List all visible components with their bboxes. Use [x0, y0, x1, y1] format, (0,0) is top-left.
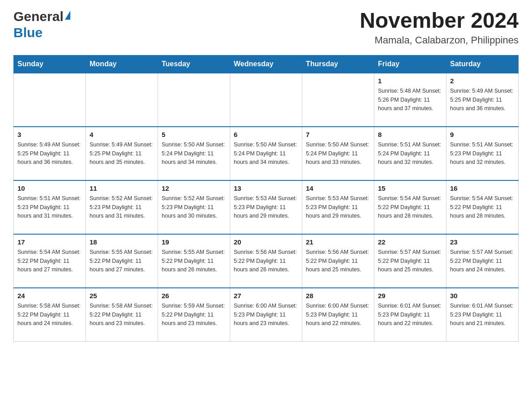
day-number: 6 [234, 130, 298, 140]
logo-arrow-icon [65, 11, 70, 20]
column-header-tuesday: Tuesday [158, 55, 230, 73]
calendar-cell: 5Sunrise: 5:50 AM Sunset: 5:24 PM Daylig… [158, 127, 230, 180]
day-number: 24 [17, 291, 82, 301]
calendar-cell: 30Sunrise: 6:01 AM Sunset: 5:23 PM Dayli… [446, 288, 519, 342]
day-number: 13 [234, 184, 298, 194]
day-number: 1 [378, 76, 442, 86]
calendar-cell: 25Sunrise: 5:58 AM Sunset: 5:22 PM Dayli… [86, 288, 158, 342]
calendar-cell: 15Sunrise: 5:54 AM Sunset: 5:22 PM Dayli… [374, 180, 446, 234]
day-info: Sunrise: 5:55 AM Sunset: 5:22 PM Dayligh… [162, 248, 226, 274]
calendar-cell [302, 73, 374, 127]
day-number: 15 [378, 184, 442, 194]
calendar-cell: 2Sunrise: 5:49 AM Sunset: 5:25 PM Daylig… [446, 73, 519, 127]
day-number: 19 [162, 237, 226, 248]
day-info: Sunrise: 5:51 AM Sunset: 5:23 PM Dayligh… [450, 141, 515, 167]
day-info: Sunrise: 5:49 AM Sunset: 5:25 PM Dayligh… [90, 141, 154, 167]
calendar-cell: 18Sunrise: 5:55 AM Sunset: 5:22 PM Dayli… [86, 234, 158, 288]
title-section: November 2024 Mamala, Calabarzon, Philip… [360, 9, 519, 46]
day-number: 23 [450, 237, 515, 248]
day-info: Sunrise: 5:57 AM Sunset: 5:22 PM Dayligh… [450, 248, 515, 274]
calendar-cell: 6Sunrise: 5:50 AM Sunset: 5:24 PM Daylig… [230, 127, 302, 180]
calendar-cell: 29Sunrise: 6:01 AM Sunset: 5:23 PM Dayli… [374, 288, 446, 342]
calendar-cell: 13Sunrise: 5:53 AM Sunset: 5:23 PM Dayli… [230, 180, 302, 234]
day-info: Sunrise: 5:53 AM Sunset: 5:23 PM Dayligh… [234, 194, 298, 220]
calendar-table: SundayMondayTuesdayWednesdayThursdayFrid… [13, 55, 519, 342]
day-info: Sunrise: 6:00 AM Sunset: 5:23 PM Dayligh… [234, 302, 298, 328]
day-info: Sunrise: 5:59 AM Sunset: 5:22 PM Dayligh… [162, 302, 226, 328]
day-number: 22 [378, 237, 442, 248]
day-number: 7 [306, 130, 370, 140]
day-number: 18 [90, 237, 154, 248]
day-number: 10 [17, 184, 82, 194]
day-info: Sunrise: 5:56 AM Sunset: 5:22 PM Dayligh… [306, 248, 370, 274]
calendar-cell: 20Sunrise: 5:56 AM Sunset: 5:22 PM Dayli… [230, 234, 302, 288]
calendar-cell: 9Sunrise: 5:51 AM Sunset: 5:23 PM Daylig… [446, 127, 519, 180]
calendar-cell: 23Sunrise: 5:57 AM Sunset: 5:22 PM Dayli… [446, 234, 519, 288]
day-number: 2 [450, 76, 515, 86]
location-title: Mamala, Calabarzon, Philippines [360, 34, 519, 46]
calendar-cell [86, 73, 158, 127]
day-info: Sunrise: 6:01 AM Sunset: 5:23 PM Dayligh… [378, 302, 442, 328]
column-header-saturday: Saturday [446, 55, 519, 73]
calendar-cell [158, 73, 230, 127]
day-info: Sunrise: 5:57 AM Sunset: 5:22 PM Dayligh… [378, 248, 442, 274]
calendar-cell [14, 73, 86, 127]
day-number: 27 [234, 291, 298, 301]
calendar-cell: 12Sunrise: 5:52 AM Sunset: 5:23 PM Dayli… [158, 180, 230, 234]
column-header-monday: Monday [86, 55, 158, 73]
calendar-cell: 3Sunrise: 5:49 AM Sunset: 5:25 PM Daylig… [14, 127, 86, 180]
calendar-cell: 21Sunrise: 5:56 AM Sunset: 5:22 PM Dayli… [302, 234, 374, 288]
calendar-cell: 19Sunrise: 5:55 AM Sunset: 5:22 PM Dayli… [158, 234, 230, 288]
calendar-cell: 26Sunrise: 5:59 AM Sunset: 5:22 PM Dayli… [158, 288, 230, 342]
calendar-cell: 8Sunrise: 5:51 AM Sunset: 5:24 PM Daylig… [374, 127, 446, 180]
day-info: Sunrise: 5:54 AM Sunset: 5:22 PM Dayligh… [378, 194, 442, 220]
calendar-cell [230, 73, 302, 127]
calendar-cell: 1Sunrise: 5:48 AM Sunset: 5:26 PM Daylig… [374, 73, 446, 127]
calendar-cell: 14Sunrise: 5:53 AM Sunset: 5:23 PM Dayli… [302, 180, 374, 234]
day-number: 14 [306, 184, 370, 194]
day-info: Sunrise: 5:50 AM Sunset: 5:24 PM Dayligh… [162, 141, 226, 167]
column-header-sunday: Sunday [14, 55, 86, 73]
day-number: 12 [162, 184, 226, 194]
calendar-cell: 11Sunrise: 5:52 AM Sunset: 5:23 PM Dayli… [86, 180, 158, 234]
calendar-week-row: 24Sunrise: 5:58 AM Sunset: 5:22 PM Dayli… [14, 288, 519, 342]
day-info: Sunrise: 5:58 AM Sunset: 5:22 PM Dayligh… [90, 302, 154, 328]
day-number: 29 [378, 291, 442, 301]
day-info: Sunrise: 5:54 AM Sunset: 5:22 PM Dayligh… [17, 248, 82, 274]
day-info: Sunrise: 6:01 AM Sunset: 5:23 PM Dayligh… [450, 302, 515, 328]
calendar-week-row: 10Sunrise: 5:51 AM Sunset: 5:23 PM Dayli… [14, 180, 519, 234]
column-header-thursday: Thursday [302, 55, 374, 73]
day-number: 20 [234, 237, 298, 248]
column-header-wednesday: Wednesday [230, 55, 302, 73]
day-info: Sunrise: 5:50 AM Sunset: 5:24 PM Dayligh… [234, 141, 298, 167]
calendar-cell: 7Sunrise: 5:50 AM Sunset: 5:24 PM Daylig… [302, 127, 374, 180]
day-number: 11 [90, 184, 154, 194]
day-info: Sunrise: 5:51 AM Sunset: 5:23 PM Dayligh… [17, 194, 82, 220]
calendar-week-row: 17Sunrise: 5:54 AM Sunset: 5:22 PM Dayli… [14, 234, 519, 288]
day-info: Sunrise: 6:00 AM Sunset: 5:23 PM Dayligh… [306, 302, 370, 328]
day-number: 28 [306, 291, 370, 301]
day-number: 26 [162, 291, 226, 301]
logo: General Blue [13, 9, 70, 40]
calendar-cell: 28Sunrise: 6:00 AM Sunset: 5:23 PM Dayli… [302, 288, 374, 342]
day-info: Sunrise: 5:51 AM Sunset: 5:24 PM Dayligh… [378, 141, 442, 167]
day-number: 5 [162, 130, 226, 140]
day-info: Sunrise: 5:52 AM Sunset: 5:23 PM Dayligh… [162, 194, 226, 220]
calendar-cell: 4Sunrise: 5:49 AM Sunset: 5:25 PM Daylig… [86, 127, 158, 180]
day-info: Sunrise: 5:56 AM Sunset: 5:22 PM Dayligh… [234, 248, 298, 274]
calendar-week-row: 3Sunrise: 5:49 AM Sunset: 5:25 PM Daylig… [14, 127, 519, 180]
logo-general-text: General [13, 9, 64, 24]
column-header-friday: Friday [374, 55, 446, 73]
calendar-cell: 22Sunrise: 5:57 AM Sunset: 5:22 PM Dayli… [374, 234, 446, 288]
day-number: 4 [90, 130, 154, 140]
calendar-cell: 10Sunrise: 5:51 AM Sunset: 5:23 PM Dayli… [14, 180, 86, 234]
day-number: 30 [450, 291, 515, 301]
calendar-header-row: SundayMondayTuesdayWednesdayThursdayFrid… [14, 55, 519, 73]
calendar-cell: 27Sunrise: 6:00 AM Sunset: 5:23 PM Dayli… [230, 288, 302, 342]
page-header: General Blue November 2024 Mamala, Calab… [13, 9, 519, 46]
day-number: 16 [450, 184, 515, 194]
day-number: 8 [378, 130, 442, 140]
day-info: Sunrise: 5:55 AM Sunset: 5:22 PM Dayligh… [90, 248, 154, 274]
day-number: 9 [450, 130, 515, 140]
calendar-cell: 24Sunrise: 5:58 AM Sunset: 5:22 PM Dayli… [14, 288, 86, 342]
